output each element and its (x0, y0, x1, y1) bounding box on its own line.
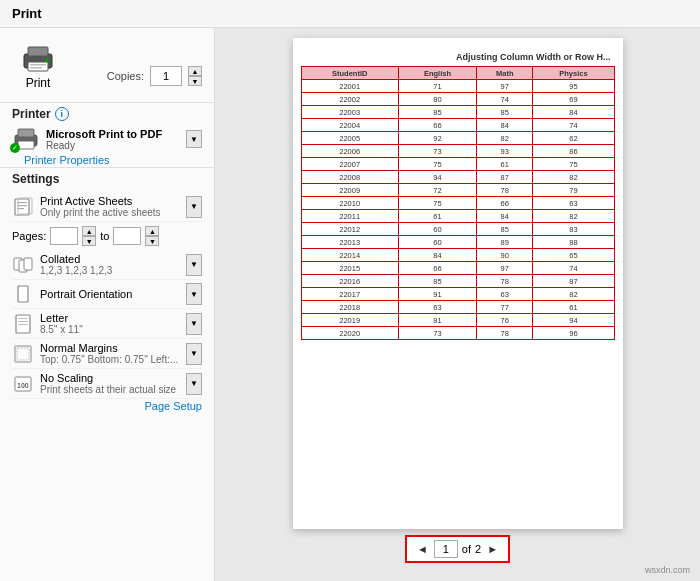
table-cell: 22002 (301, 93, 398, 106)
current-page-input[interactable] (434, 540, 458, 558)
svg-rect-19 (18, 318, 28, 319)
copies-row: Copies: ▲ ▼ (107, 66, 202, 86)
copies-up-btn[interactable]: ▲ (188, 66, 202, 76)
pages-from-input[interactable] (50, 227, 78, 245)
table-cell: 22012 (301, 223, 398, 236)
pages-to-down[interactable]: ▼ (145, 236, 159, 246)
settings-section-header: Settings (0, 167, 214, 188)
pages-to-label: to (100, 230, 109, 242)
col-header-physics: Physics (533, 67, 614, 80)
table-cell: 78 (477, 184, 533, 197)
pages-row: Pages: ▲ ▼ to ▲ ▼ (12, 222, 202, 250)
table-cell: 73 (398, 327, 476, 340)
print-button[interactable]: Print (12, 40, 64, 94)
next-page-btn[interactable]: ► (485, 543, 500, 555)
table-cell: 75 (398, 158, 476, 171)
table-cell: 86 (533, 145, 614, 158)
table-row: 22006739386 (301, 145, 614, 158)
setting-collated: Collated 1,2,3 1,2,3 1,2,3 ▼ (12, 250, 202, 280)
table-cell: 74 (533, 119, 614, 132)
setting-dropdown-portrait[interactable]: ▼ (186, 283, 202, 305)
table-cell: 63 (533, 197, 614, 210)
info-icon[interactable]: i (55, 107, 69, 121)
setting-dropdown-margins[interactable]: ▼ (186, 343, 202, 365)
copies-input[interactable] (150, 66, 182, 86)
pages-to-spinner: ▲ ▼ (145, 226, 159, 246)
table-row: 22014849065 (301, 249, 614, 262)
table-cell: 22016 (301, 275, 398, 288)
table-cell: 83 (533, 223, 614, 236)
table-cell: 75 (398, 197, 476, 210)
table-cell: 84 (477, 210, 533, 223)
table-cell: 60 (398, 236, 476, 249)
table-cell: 93 (477, 145, 533, 158)
printer-name: Microsoft Print to PDF (46, 128, 162, 140)
prev-page-btn[interactable]: ◄ (415, 543, 430, 555)
printer-status: Ready (46, 140, 162, 151)
table-cell: 22014 (301, 249, 398, 262)
preview-table: StudentID English Math Physics 220017197… (301, 66, 615, 340)
table-cell: 69 (533, 93, 614, 106)
svg-rect-2 (28, 62, 48, 71)
svg-rect-20 (18, 321, 28, 322)
table-cell: 94 (398, 171, 476, 184)
setting-dropdown-scaling[interactable]: ▼ (186, 373, 202, 395)
table-row: 22017916382 (301, 288, 614, 301)
pagination-bar: ◄ of 2 ► (405, 535, 510, 563)
setting-main-collated: Collated (40, 253, 180, 265)
pages-to-input[interactable] (113, 227, 141, 245)
pages-from-up[interactable]: ▲ (82, 226, 96, 236)
setting-dropdown-collated[interactable]: ▼ (186, 254, 202, 276)
svg-rect-1 (28, 47, 48, 56)
setting-letter: Letter 8.5" x 11" ▼ (12, 309, 202, 339)
table-cell: 79 (533, 184, 614, 197)
pages-from-down[interactable]: ▼ (82, 236, 96, 246)
table-cell: 22007 (301, 158, 398, 171)
table-cell: 82 (533, 171, 614, 184)
printer-dropdown-btn[interactable]: ▼ (186, 130, 202, 148)
table-cell: 66 (398, 119, 476, 132)
svg-point-3 (45, 58, 49, 62)
page-setup-link[interactable]: Page Setup (145, 398, 203, 416)
setting-text-active-sheets: Print Active Sheets Only print the activ… (40, 195, 180, 218)
table-cell: 87 (477, 171, 533, 184)
setting-dropdown-0[interactable]: ▼ (186, 196, 202, 218)
setting-text-portrait: Portrait Orientation (40, 288, 180, 300)
print-dialog: Print Pr (0, 0, 700, 581)
copies-down-btn[interactable]: ▼ (188, 76, 202, 86)
table-cell: 22017 (301, 288, 398, 301)
table-cell: 78 (477, 327, 533, 340)
setting-scaling: 100 No Scaling Print sheets at their act… (12, 369, 202, 399)
collated-icon (12, 254, 34, 276)
table-cell: 66 (398, 262, 476, 275)
table-cell: 63 (477, 288, 533, 301)
table-cell: 95 (533, 80, 614, 93)
table-cell: 77 (477, 301, 533, 314)
right-panel: Adjusting Column Width or Row H... Stude… (215, 28, 700, 581)
svg-rect-7 (18, 129, 34, 137)
svg-rect-21 (18, 324, 28, 325)
col-header-english: English (398, 67, 476, 80)
table-cell: 85 (477, 223, 533, 236)
setting-dropdown-letter[interactable]: ▼ (186, 313, 202, 335)
table-cell: 22003 (301, 106, 398, 119)
table-row: 22001719795 (301, 80, 614, 93)
table-cell: 22001 (301, 80, 398, 93)
sheets-icon (12, 196, 34, 218)
table-cell: 97 (477, 80, 533, 93)
main-layout: Print Copies: ▲ ▼ Printer i (0, 28, 700, 581)
copies-spinner: ▲ ▼ (188, 66, 202, 86)
pages-from-spinner: ▲ ▼ (82, 226, 96, 246)
setting-margins: Normal Margins Top: 0.75" Bottom: 0.75" … (12, 339, 202, 369)
table-cell: 61 (477, 158, 533, 171)
svg-rect-4 (30, 64, 46, 66)
margins-icon (12, 343, 34, 365)
pages-to-up[interactable]: ▲ (145, 226, 159, 236)
table-cell: 85 (398, 106, 476, 119)
printer-large-icon (20, 44, 56, 74)
setting-text-letter: Letter 8.5" x 11" (40, 312, 180, 335)
table-cell: 82 (533, 288, 614, 301)
portrait-icon (12, 283, 34, 305)
table-row: 22005928262 (301, 132, 614, 145)
printer-ready-check: ✓ (10, 143, 20, 153)
